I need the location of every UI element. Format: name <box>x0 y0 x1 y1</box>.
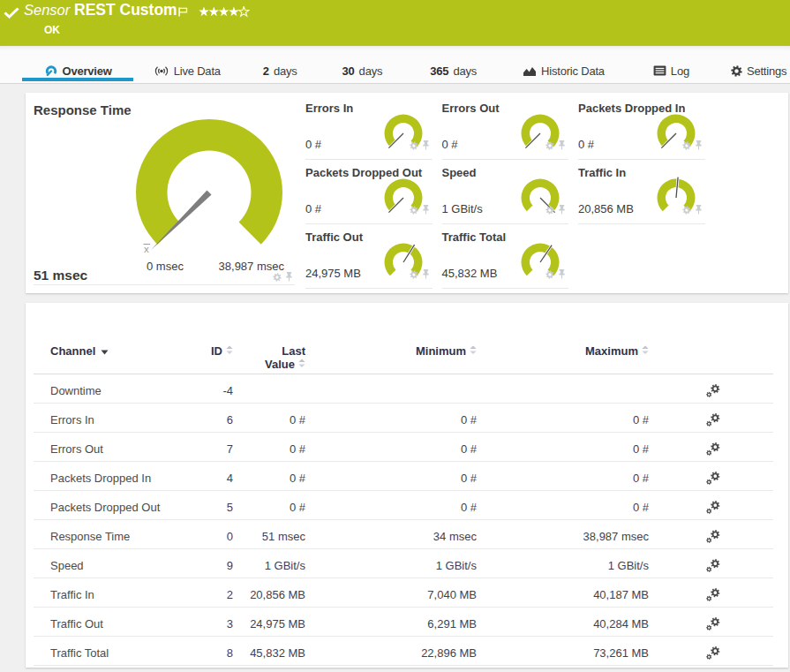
cell-minimum: 0 # <box>307 433 478 462</box>
channels-table: ChannelIDLastValueMinimumMaximum Downtim… <box>34 342 773 666</box>
channel-settings-icon[interactable] <box>651 520 773 549</box>
column-label: Channel <box>50 344 95 358</box>
cell-minimum: 0 # <box>307 462 478 491</box>
column-header-last-value[interactable]: LastValue <box>235 342 307 374</box>
tab-log[interactable]: Log <box>631 58 711 83</box>
cell-minimum: 6,291 MB <box>307 608 478 637</box>
gauge-settings-gear-icon[interactable] <box>545 267 554 283</box>
priority-stars[interactable] <box>199 5 250 21</box>
column-label: Minimum <box>416 344 466 358</box>
gauge-title: Traffic In <box>578 166 626 179</box>
sort-desc-icon <box>101 344 109 358</box>
svg-text:x: x <box>144 244 149 254</box>
priority-flag-icon[interactable] <box>178 4 188 20</box>
channel-settings-icon[interactable] <box>651 491 773 520</box>
gauge-settings-gear-icon[interactable] <box>682 202 691 218</box>
gauge-action-icons <box>682 138 703 154</box>
tab-365-days[interactable]: 365days <box>409 58 499 83</box>
cell-channel: Errors In <box>34 404 192 433</box>
channel-settings-icon[interactable] <box>651 578 773 608</box>
column-header-channel[interactable]: Channel <box>34 342 192 374</box>
table-row-response-time: Response Time051 msec34 msec38,987 msec <box>34 520 773 549</box>
gauge-action-icons <box>545 138 566 154</box>
channel-settings-icon[interactable] <box>651 462 773 491</box>
channel-settings-icon[interactable] <box>651 637 773 666</box>
channel-settings-icon[interactable] <box>651 433 773 462</box>
cell-minimum: 7,040 MB <box>307 578 478 608</box>
gauge-action-icons <box>273 269 293 285</box>
gauge-cell-traffic-in: Traffic In20,856 MB <box>578 160 705 224</box>
tab-bar: OverviewLive Data2days30days365daysHisto… <box>0 46 790 84</box>
column-label: Maximum <box>585 344 638 358</box>
gauge-pin-icon[interactable] <box>285 269 293 285</box>
tab-30-days[interactable]: 30days <box>320 58 404 83</box>
gauge-pin-icon[interactable] <box>422 267 430 283</box>
cell-maximum: 38,987 msec <box>478 520 651 549</box>
gauges-panel: Response Time x 0 msec 38,987 msec 51 ms… <box>26 93 788 293</box>
gauge-pin-icon[interactable] <box>695 202 703 218</box>
cell-minimum: 1 GBit/s <box>307 549 478 578</box>
column-header-id[interactable]: ID <box>192 342 235 374</box>
cell-last-value: 0 # <box>235 404 307 433</box>
gauge-action-icons <box>545 267 566 283</box>
table-row-traffic-total: Traffic Total845,832 MB22,896 MB73,261 M… <box>34 637 773 666</box>
cell-minimum: 0 # <box>307 404 478 433</box>
gauge-settings-gear-icon[interactable] <box>410 267 418 283</box>
channel-settings-icon[interactable] <box>651 374 773 404</box>
gauge-cell-traffic-total: Traffic Total45,832 MB <box>442 224 569 289</box>
gauge-pin-icon[interactable] <box>422 138 430 154</box>
tab-live-data[interactable]: Live Data <box>132 58 242 83</box>
table-row-packets-dropped-out: Packets Dropped Out50 #0 #0 # <box>34 491 773 520</box>
gauge-value: 0 # <box>442 138 458 151</box>
gauge-settings-gear-icon[interactable] <box>410 138 418 154</box>
cell-last-value: 1 GBit/s <box>235 549 307 578</box>
column-header-actions <box>651 342 773 374</box>
channel-settings-icon[interactable] <box>651 608 773 637</box>
tab-label: Settings <box>747 64 786 78</box>
gauge-cell-errors-out: Errors Out0 # <box>442 95 569 160</box>
cell-last-value: 45,832 MB <box>235 637 307 666</box>
tab-label: days <box>274 64 297 78</box>
gauge-cell-traffic-out: Traffic Out24,975 MB <box>305 224 433 289</box>
cell-last-value <box>235 374 307 404</box>
channel-settings-icon[interactable] <box>651 404 773 433</box>
gauge-pin-icon[interactable] <box>558 202 566 218</box>
gauge-settings-gear-icon[interactable] <box>273 269 282 285</box>
tab-number: 365 <box>430 64 448 78</box>
column-header-maximum[interactable]: Maximum <box>478 342 651 374</box>
content-area: Response Time x 0 msec 38,987 msec 51 ms… <box>0 84 790 671</box>
status-badge: OK <box>44 24 60 36</box>
sensor-type-label: Sensor <box>24 3 70 18</box>
gauge-pin-icon[interactable] <box>695 138 703 154</box>
gauge-title: Traffic Out <box>305 230 363 244</box>
cell-maximum: 0 # <box>478 491 651 520</box>
gauge-settings-gear-icon[interactable] <box>545 138 554 154</box>
cell-maximum: 40,187 MB <box>478 578 651 608</box>
cell-last-value: 20,856 MB <box>235 578 307 608</box>
tab-settings[interactable]: Settings <box>709 58 790 83</box>
live-data-icon <box>154 65 169 77</box>
tab-2-days[interactable]: 2days <box>241 58 319 83</box>
cell-id: 4 <box>192 462 235 491</box>
table-row-errors-out: Errors Out70 #0 #0 # <box>34 433 773 462</box>
channel-settings-icon[interactable] <box>651 549 773 578</box>
cell-channel: Traffic Out <box>34 608 192 637</box>
tab-overview[interactable]: Overview <box>22 58 133 83</box>
sensor-name: REST Custom <box>74 2 177 19</box>
gauge-pin-icon[interactable] <box>558 138 566 154</box>
cell-divider <box>34 284 295 285</box>
gauge-pin-icon[interactable] <box>422 202 430 218</box>
gauge-settings-gear-icon[interactable] <box>682 138 691 154</box>
cell-channel: Traffic Total <box>34 637 192 666</box>
gauge-pin-icon[interactable] <box>558 267 566 283</box>
channels-panel: ChannelIDLastValueMinimumMaximum Downtim… <box>26 303 788 668</box>
gauge-settings-gear-icon[interactable] <box>410 202 418 218</box>
gauge-title: Speed <box>442 166 477 179</box>
gauge-settings-gear-icon[interactable] <box>545 202 554 218</box>
tab-historic-data[interactable]: Historic Data <box>501 58 627 83</box>
cell-maximum: 73,261 MB <box>478 637 651 666</box>
tab-number: 30 <box>342 64 355 78</box>
cell-maximum: 1 GBit/s <box>478 549 651 578</box>
column-header-minimum[interactable]: Minimum <box>307 342 478 374</box>
cell-id: -4 <box>192 374 235 404</box>
